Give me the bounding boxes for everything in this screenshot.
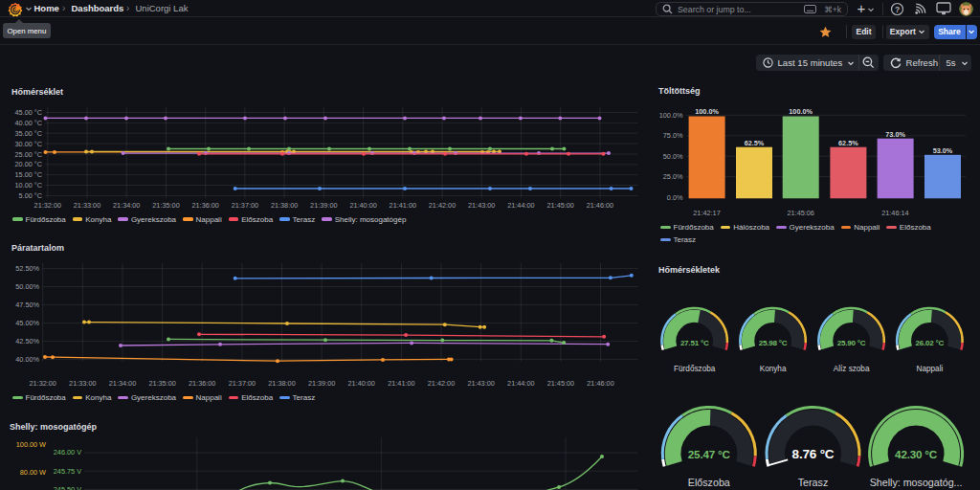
svg-text:20.00 °C: 20.00 °C: [15, 160, 42, 168]
svg-text:21:39:00: 21:39:00: [308, 379, 335, 388]
svg-text:73.0%: 73.0%: [885, 130, 905, 139]
svg-text:Páratartalom: Páratartalom: [11, 243, 64, 253]
svg-text:50.00%: 50.00%: [15, 282, 39, 291]
svg-text:21:43:00: 21:43:00: [467, 379, 494, 388]
svg-text:21:46:14: 21:46:14: [881, 209, 908, 217]
svg-text:25.98 °C: 25.98 °C: [759, 339, 788, 347]
svg-text:Előszoba: Előszoba: [688, 477, 730, 488]
svg-text:42.30 °C: 42.30 °C: [895, 448, 938, 460]
svg-text:0.0%: 0.0%: [667, 193, 683, 202]
svg-text:21:41:00: 21:41:00: [388, 379, 414, 388]
svg-text:45.00%: 45.00%: [15, 319, 39, 327]
svg-text:40.00%: 40.00%: [15, 355, 39, 364]
svg-text:100.0%: 100.0%: [789, 107, 813, 116]
svg-text:21:44:00: 21:44:00: [507, 379, 534, 388]
svg-text:100.00 W: 100.00 W: [16, 440, 46, 449]
svg-text:245.75 V: 245.75 V: [54, 467, 81, 476]
svg-text:21:42:00: 21:42:00: [428, 379, 455, 388]
svg-text:26.02 °C: 26.02 °C: [916, 339, 945, 347]
svg-text:15.00 °C: 15.00 °C: [15, 170, 42, 179]
svg-text:Töltöttség: Töltöttség: [658, 86, 701, 96]
svg-text:80.00 W: 80.00 W: [20, 468, 46, 477]
svg-text:35.00 °C: 35.00 °C: [15, 129, 42, 138]
svg-text:21:34:00: 21:34:00: [109, 379, 136, 388]
svg-text:21:46:00: 21:46:00: [587, 379, 613, 388]
svg-text:21:32:00: 21:32:00: [34, 201, 61, 210]
svg-text:62.5%: 62.5%: [838, 139, 858, 147]
svg-text:25.0%: 25.0%: [663, 172, 683, 181]
svg-text:21:35:00: 21:35:00: [152, 201, 179, 210]
svg-text:62.5%: 62.5%: [745, 139, 765, 147]
svg-text:21:42:00: 21:42:00: [429, 201, 456, 210]
svg-text:25.47 °C: 25.47 °C: [688, 448, 731, 460]
svg-text:21:32:00: 21:32:00: [29, 379, 56, 388]
svg-text:Hőmérsékletek: Hőmérsékletek: [658, 265, 721, 275]
svg-text:21:43:00: 21:43:00: [468, 201, 495, 210]
svg-text:21:42:17: 21:42:17: [693, 209, 720, 217]
svg-text:21:45:00: 21:45:00: [547, 379, 574, 388]
svg-text:42.50%: 42.50%: [15, 337, 39, 345]
svg-text:47.50%: 47.50%: [15, 301, 39, 309]
svg-text:21:35:00: 21:35:00: [148, 379, 175, 388]
svg-text:75.0%: 75.0%: [663, 131, 683, 140]
svg-text:21:39:00: 21:39:00: [310, 201, 337, 210]
svg-text:100.0%: 100.0%: [695, 107, 719, 116]
svg-text:10.00 °C: 10.00 °C: [15, 181, 42, 189]
svg-text:21:36:00: 21:36:00: [189, 379, 215, 388]
svg-text:27.51 °C: 27.51 °C: [680, 339, 709, 347]
svg-text:Terasz: Terasz: [798, 477, 828, 488]
svg-text:21:38:00: 21:38:00: [268, 379, 295, 388]
svg-text:246.00 V: 246.00 V: [54, 448, 81, 457]
svg-text:52.50%: 52.50%: [15, 264, 39, 273]
svg-text:21:36:00: 21:36:00: [191, 201, 218, 210]
svg-text:21:34:00: 21:34:00: [113, 201, 140, 210]
svg-text:21:38:00: 21:38:00: [271, 201, 298, 210]
svg-text:21:33:00: 21:33:00: [74, 201, 100, 210]
svg-text:Fürdőszoba: Fürdőszoba: [674, 365, 716, 373]
svg-text:21:46:00: 21:46:00: [587, 201, 613, 210]
svg-text:30.00 °C: 30.00 °C: [15, 140, 42, 148]
svg-text:25.00 °C: 25.00 °C: [15, 150, 42, 159]
svg-text:5.00 °C: 5.00 °C: [19, 191, 42, 200]
svg-text:50.0%: 50.0%: [663, 152, 683, 161]
svg-text:21:33:00: 21:33:00: [69, 379, 96, 388]
svg-text:21:40:00: 21:40:00: [349, 201, 376, 210]
svg-text:40.00 °C: 40.00 °C: [15, 119, 42, 127]
svg-text:8.76 °C: 8.76 °C: [792, 447, 835, 461]
svg-text:21:37:00: 21:37:00: [229, 379, 256, 388]
svg-text:245.50 V: 245.50 V: [54, 485, 81, 490]
svg-text:Nappali: Nappali: [917, 365, 944, 373]
svg-text:Shelly: mosogatógép: Shelly: mosogatógép: [10, 422, 98, 432]
svg-text:Hőmérséklet: Hőmérséklet: [11, 87, 63, 97]
svg-text:Shelly: mosogatóg...: Shelly: mosogatóg...: [870, 477, 963, 488]
svg-text:21:40:00: 21:40:00: [347, 379, 374, 388]
svg-text:53.0%: 53.0%: [933, 146, 953, 155]
svg-text:Alíz szoba: Alíz szoba: [834, 365, 870, 373]
svg-text:100.0%: 100.0%: [659, 111, 683, 120]
svg-text:21:41:00: 21:41:00: [390, 201, 416, 210]
svg-text:21:45:06: 21:45:06: [787, 209, 813, 217]
svg-text:21:45:00: 21:45:00: [546, 201, 573, 210]
svg-text:45.00 °C: 45.00 °C: [15, 108, 42, 117]
svg-text:25.90 °C: 25.90 °C: [837, 339, 866, 347]
svg-text:21:37:00: 21:37:00: [232, 201, 258, 210]
svg-text:Konyha: Konyha: [760, 365, 787, 373]
svg-text:21:44:00: 21:44:00: [507, 201, 534, 210]
